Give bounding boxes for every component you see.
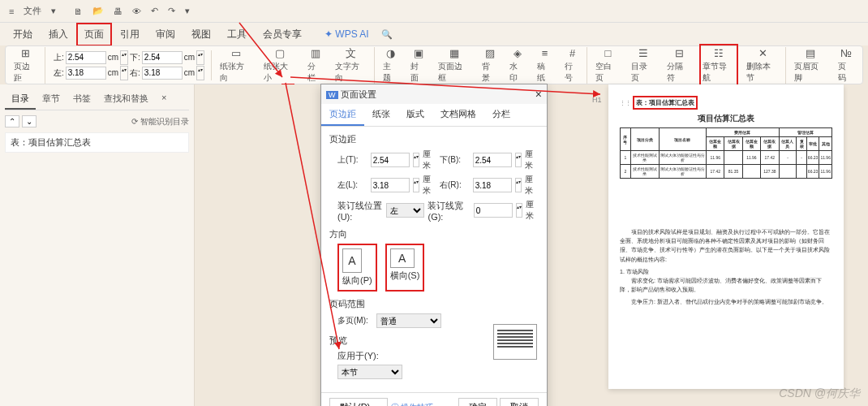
- menu-reference[interactable]: 引用: [112, 23, 148, 46]
- doc-para-1: 项目的技术风险试样是项目规划、融资及执行过程中不可或缺的一部分。它旨在全面、系统…: [620, 227, 832, 264]
- watermark-icon[interactable]: ◈: [511, 47, 524, 60]
- liner-icon[interactable]: ≡: [539, 47, 552, 60]
- spinner[interactable]: ▴▾: [120, 50, 128, 65]
- margin-top-input[interactable]: [66, 51, 106, 64]
- menu-tools[interactable]: 工具: [219, 23, 255, 46]
- tab-bookmark[interactable]: 书签: [67, 89, 97, 110]
- print-icon[interactable]: 🖶: [110, 4, 127, 19]
- border-icon[interactable]: ▦: [448, 47, 461, 60]
- expand-btn[interactable]: ⌃: [5, 115, 19, 127]
- gutter-pos[interactable]: 左: [386, 203, 425, 218]
- new-icon[interactable]: 🗎: [70, 4, 87, 19]
- break-icon[interactable]: ⊟: [672, 47, 685, 60]
- ribbon: ⊞ 页边距 上:cm▴▾ 下:cm▴▾ 左:cm▴▾ 右:cm▴▾ ▭纸张方向 …: [5, 45, 863, 84]
- gutter-w[interactable]: [474, 203, 513, 218]
- size-icon[interactable]: ▢: [273, 47, 286, 60]
- delsec-icon[interactable]: ✕: [756, 47, 769, 60]
- open-icon[interactable]: 📂: [88, 3, 108, 19]
- menu-review[interactable]: 审阅: [148, 23, 183, 46]
- doc-heading: 表：项目估算汇总表: [633, 96, 698, 110]
- margin-left-input[interactable]: [66, 67, 106, 80]
- theme-icon[interactable]: ◑: [385, 47, 397, 60]
- cover-icon[interactable]: ▣: [412, 47, 425, 60]
- nav-icon[interactable]: ☷: [712, 47, 725, 60]
- multi-select[interactable]: 普通: [376, 313, 441, 328]
- menu-insert[interactable]: 插入: [41, 23, 76, 46]
- menu-vip[interactable]: 会员专享: [255, 23, 310, 46]
- dlg-tab-grid[interactable]: 文档网格: [432, 104, 484, 126]
- doc-para-3: 竞争压力: 新进入者、替代品或行业内竞争对手的策略调整可能加剧市场竞争。: [620, 297, 832, 306]
- page-setup-dialog: W 页面设置 × 页边距 纸张 版式 文档网格 分栏 页边距 上(T):▴▾厘米…: [320, 84, 548, 406]
- collapse-btn[interactable]: ⌄: [22, 115, 37, 127]
- dlg-tab-paper[interactable]: 纸张: [364, 104, 398, 126]
- dropdown-icon[interactable]: ▾: [47, 3, 60, 19]
- bg-icon[interactable]: ▨: [483, 47, 496, 60]
- estimate-table: 序号项目分类项目名称费用估算管理估算 估算金额估算依据估算金额估算依据估算人员复…: [620, 127, 832, 179]
- document-page: H1 ⋮⋮表：项目估算汇总表 项目估算汇总表 序号项目分类项目名称费用估算管理估…: [608, 84, 844, 389]
- textdir-icon[interactable]: 文: [345, 47, 358, 60]
- orient-portrait[interactable]: A纵向(P): [337, 244, 377, 292]
- orientation-icon[interactable]: ▭: [230, 47, 243, 60]
- orient-landscape[interactable]: A横向(S): [385, 244, 425, 292]
- undo-icon[interactable]: ↶: [147, 3, 162, 19]
- margin-group: ⊞ 页边距: [11, 47, 45, 84]
- dlg-tab-margin[interactable]: 页边距: [321, 104, 364, 126]
- smart-toc[interactable]: ⟳ 智能识别目录: [131, 116, 189, 127]
- margin-icon[interactable]: ⊞: [19, 47, 32, 60]
- lineno-icon[interactable]: #: [566, 47, 579, 60]
- dlg-bottom[interactable]: [473, 153, 512, 167]
- watermark: CSDN @何庆华: [779, 387, 860, 401]
- menu-start[interactable]: 开始: [5, 23, 41, 46]
- apply-select[interactable]: 本节: [337, 365, 402, 379]
- preview-icon[interactable]: 👁: [128, 4, 145, 19]
- close-button[interactable]: ×: [535, 88, 542, 101]
- search-icon[interactable]: 🔍: [377, 27, 397, 42]
- menu-bar: 开始 插入 页面 引用 审阅 视图 工具 会员专享 ✦ WPS AI 🔍: [0, 23, 868, 45]
- wps-ai[interactable]: ✦ WPS AI: [316, 24, 377, 45]
- ok-button[interactable]: 确定: [458, 398, 497, 406]
- columns-icon[interactable]: ▥: [309, 47, 322, 60]
- doc-para-2: 需求变化: 市场需求可能因经济波动、消费者偏好变化、政策调整等因素而下降，影响产…: [620, 276, 832, 294]
- dlg-tab-layout[interactable]: 版式: [398, 104, 432, 126]
- doc-title: 项目估算汇总表: [620, 113, 832, 124]
- header-icon[interactable]: ▤: [804, 47, 817, 60]
- tab-find[interactable]: 查找和替换: [97, 89, 155, 110]
- margin-bottom-input[interactable]: [142, 51, 183, 64]
- menu-page[interactable]: 页面: [76, 23, 112, 46]
- title-bar: ≡ 文件 ▾ 🗎 📂 🖶 👁 ↶ ↷ ▾: [0, 0, 868, 23]
- menu-view[interactable]: 视图: [183, 23, 219, 46]
- toc-icon[interactable]: ☰: [637, 47, 650, 60]
- dlg-tab-columns[interactable]: 分栏: [484, 104, 518, 126]
- pagenum-icon[interactable]: №: [840, 47, 853, 60]
- blank-icon[interactable]: □: [601, 47, 614, 60]
- preview-thumbnail: [493, 324, 537, 360]
- dlg-top[interactable]: [371, 153, 410, 167]
- dlg-right[interactable]: [473, 178, 512, 192]
- redo-icon[interactable]: ↷: [164, 3, 179, 19]
- tab-chapter[interactable]: 章节: [36, 89, 67, 110]
- toc-entry[interactable]: 表：项目估算汇总表: [5, 132, 189, 153]
- menu-icon[interactable]: ≡: [5, 4, 18, 19]
- default-button[interactable]: 默认(D)...: [329, 398, 388, 406]
- tab-toc[interactable]: 目录: [5, 89, 36, 110]
- file-menu[interactable]: 文件: [19, 2, 45, 19]
- tips-link[interactable]: ⓘ 操作技巧: [391, 403, 434, 406]
- more-icon[interactable]: ▾: [181, 3, 194, 19]
- doc-para-2h: 1. 市场风险: [620, 267, 832, 276]
- cancel-button[interactable]: 取消: [500, 398, 539, 406]
- dialog-title: 页面设置: [341, 89, 376, 99]
- heading-marker: H1: [592, 96, 602, 104]
- dlg-left[interactable]: [371, 178, 410, 192]
- tab-close[interactable]: ×: [155, 89, 173, 110]
- margin-label: 页边距: [14, 61, 38, 84]
- sidebar: 目录 章节 书签 查找和替换 × ⌃ ⌄ ⟳ 智能识别目录 表：项目估算汇总表: [0, 84, 195, 406]
- margin-right-input[interactable]: [142, 67, 183, 80]
